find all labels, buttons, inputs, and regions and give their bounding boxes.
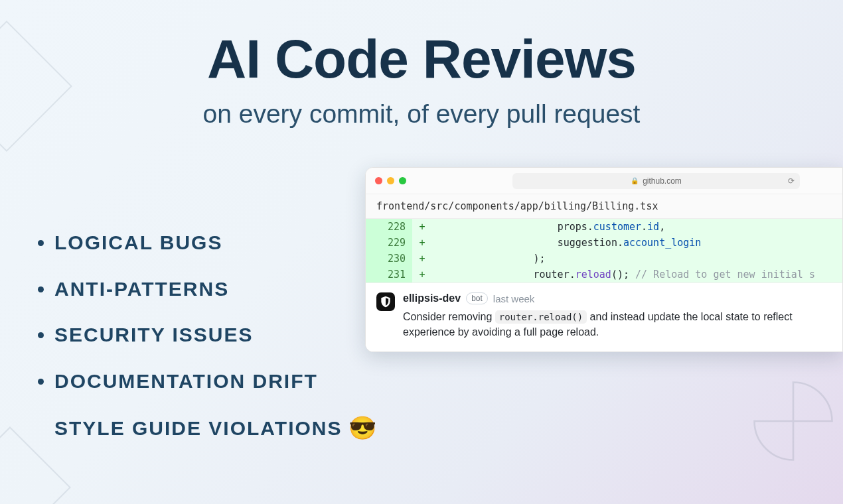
comment-timestamp: last week [493, 293, 535, 304]
url-text: github.com [643, 176, 682, 186]
inline-code: router.reload() [495, 310, 587, 324]
diff-plus-icon: + [412, 219, 432, 235]
code-content: router.reload(); // Reload to get new in… [432, 267, 815, 283]
feature-item: DOCUMENTATION DRIFT [54, 371, 378, 392]
avatar[interactable] [376, 292, 395, 311]
feature-item: SECURITY ISSUES [54, 324, 378, 346]
minimize-icon[interactable] [387, 177, 394, 184]
decorative-shape [750, 378, 836, 464]
code-content: props.customer.id, [432, 219, 665, 235]
line-number: 229 [366, 235, 412, 251]
feature-item-label: STYLE GUIDE VIOLATIONS [54, 418, 342, 439]
refresh-icon[interactable]: ⟳ [788, 176, 795, 186]
line-number: 231 [366, 267, 412, 283]
lock-icon: 🔒 [631, 177, 639, 184]
comment-text-part: Consider removing [403, 311, 495, 322]
diff-plus-icon: + [412, 267, 432, 283]
hero-title: AI Code Reviews [0, 28, 843, 90]
feature-list: LOGICAL BUGS ANTI-PATTERNS SECURITY ISSU… [33, 232, 378, 466]
code-content: suggestion.account_login [432, 235, 701, 251]
file-path: frontend/src/components/app/billing/Bill… [366, 194, 842, 219]
browser-window: 🔒 github.com ⟳ frontend/src/components/a… [365, 167, 843, 352]
feature-item: STYLE GUIDE VIOLATIONS 😎 [54, 416, 378, 440]
code-content: ); [432, 251, 546, 267]
close-icon[interactable] [375, 177, 382, 184]
url-bar[interactable]: 🔒 github.com ⟳ [512, 173, 800, 189]
diff-plus-icon: + [412, 251, 432, 267]
sunglasses-emoji-icon: 😎 [348, 416, 378, 440]
browser-chrome: 🔒 github.com ⟳ [366, 168, 842, 194]
code-row: 229+ suggestion.account_login [366, 235, 842, 251]
maximize-icon[interactable] [399, 177, 406, 184]
code-row: 230+ ); [366, 251, 842, 267]
feature-item: ANTI-PATTERNS [54, 279, 378, 300]
comment-author[interactable]: ellipsis-dev [403, 292, 461, 304]
code-row: 228+ props.customer.id, [366, 219, 842, 235]
code-row: 231+ router.reload(); // Reload to get n… [366, 267, 842, 283]
bot-badge: bot [466, 292, 488, 304]
feature-item: LOGICAL BUGS [54, 232, 378, 253]
review-comment: ellipsis-dev bot last week Consider remo… [366, 283, 842, 351]
comment-text: Consider removing router.reload() and in… [403, 309, 832, 340]
code-diff: 228+ props.customer.id,229+ suggestion.a… [366, 219, 842, 283]
line-number: 230 [366, 251, 412, 267]
hero-subtitle: on every commit, of every pull request [0, 99, 843, 129]
line-number: 228 [366, 219, 412, 235]
shield-icon [379, 295, 392, 308]
diff-plus-icon: + [412, 235, 432, 251]
